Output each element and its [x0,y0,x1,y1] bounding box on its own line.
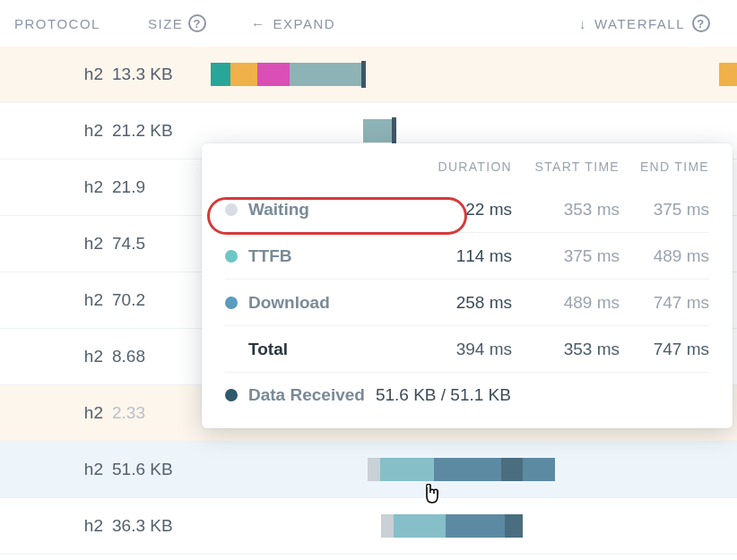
arrow-down-icon: ↓ [579,16,587,31]
tooltip-label: Waiting [248,200,309,220]
tooltip-start: 489 ms [512,293,620,313]
expand-label: EXPAND [273,16,336,31]
cell-protocol: h2 [9,121,112,141]
cell-size: 70.2 [112,290,211,310]
table-row[interactable]: h2 13.3 KB [0,47,737,103]
expand-button[interactable]: ← EXPAND [251,16,335,31]
cell-size: 74.5 [112,234,211,254]
table-row[interactable]: h2 51.6 KB [0,442,737,498]
tooltip-label: Download [248,293,330,313]
cell-protocol: h2 [9,460,112,479]
cell-protocol: h2 [9,290,112,310]
cell-size: 21.9 [112,177,211,197]
table-row[interactable]: h2 36.3 KB [0,498,737,555]
tooltip-duration: 394 ms [404,340,512,359]
tooltip-duration: 258 ms [404,293,512,313]
waterfall-bar[interactable] [211,514,737,538]
tooltip-end: 489 ms [620,246,709,266]
tooltip-col-duration: DURATION [404,159,512,174]
tooltip-row-download: Download 258 ms 489 ms 747 ms [225,280,709,326]
tooltip-label: TTFB [248,246,292,266]
col-header-size[interactable]: SIZE ? [148,14,251,32]
col-header-protocol[interactable]: PROTOCOL [9,16,148,31]
cell-size: 13.3 KB [112,65,211,84]
tooltip-row-waiting: Waiting 22 ms 353 ms 375 ms [225,186,709,233]
tooltip-start: 353 ms [512,200,620,220]
help-icon[interactable]: ? [188,14,206,32]
cell-protocol: h2 [9,516,112,536]
cell-size: 36.3 KB [112,516,211,536]
col-header-size-label: SIZE [148,16,183,31]
cell-protocol: h2 [9,403,112,423]
cell-protocol: h2 [9,177,112,197]
cell-size: 2.33 [112,403,211,423]
dot-icon [225,250,238,263]
tooltip-row-data-received: Data Received 51.6 KB / 51.1 KB [225,373,709,405]
dot-icon [225,297,238,309]
tooltip-end: 375 ms [620,200,709,220]
tooltip-start: 375 ms [512,246,620,266]
cell-protocol: h2 [9,65,112,84]
tooltip-duration: 22 ms [404,200,512,220]
tooltip-col-start: START TIME [512,159,620,174]
tooltip-end: 747 ms [620,340,709,359]
tooltip-label: Data Received [248,385,365,405]
tooltip-duration: 114 ms [404,246,512,266]
tooltip-col-end: END TIME [620,159,709,174]
cell-size: 8.68 [112,347,211,366]
tooltip-label: Total [248,340,288,359]
waterfall-bar[interactable] [211,458,737,481]
col-header-waterfall[interactable]: ↓ WATERFALL ? [579,14,728,32]
waterfall-label: WATERFALL [594,16,685,31]
tooltip-row-total: Total 394 ms 353 ms 747 ms [225,326,709,373]
waterfall-bar[interactable] [211,119,737,142]
cell-size: 21.2 KB [112,121,211,141]
tooltip-end: 747 ms [620,293,709,313]
arrow-left-icon: ← [251,16,266,31]
tooltip-row-ttfb: TTFB 114 ms 375 ms 489 ms [225,233,709,280]
dot-icon [225,389,238,401]
dot-icon [225,203,238,216]
help-icon[interactable]: ? [692,14,710,32]
waterfall-tooltip: DURATION START TIME END TIME Waiting 22 … [202,143,733,428]
waterfall-bar[interactable] [211,63,737,86]
tooltip-data-value: 51.6 KB / 51.1 KB [376,385,511,405]
tooltip-start: 353 ms [512,340,620,359]
cell-size: 51.6 KB [112,460,211,479]
tooltip-header: DURATION START TIME END TIME [225,159,709,174]
cell-protocol: h2 [9,234,112,254]
pointer-cursor-icon [421,484,441,513]
table-header: PROTOCOL SIZE ? ← EXPAND ↓ WATERFALL ? [0,0,737,47]
cell-protocol: h2 [9,347,112,366]
